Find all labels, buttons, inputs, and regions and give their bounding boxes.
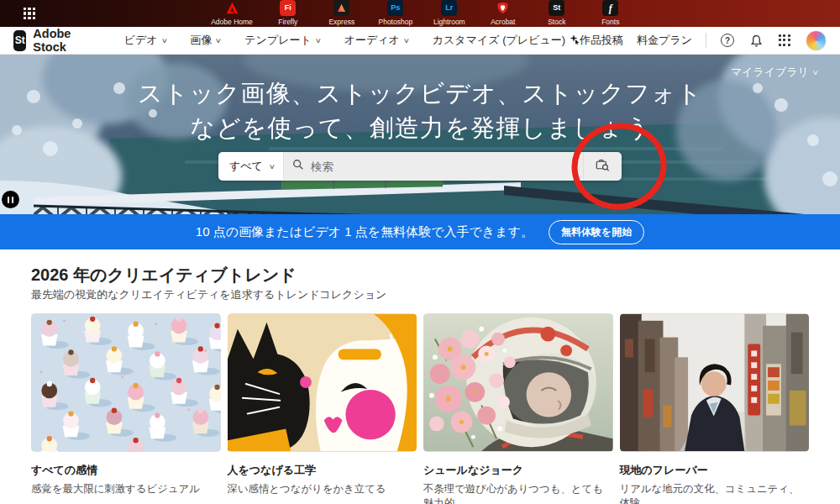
my-library-link[interactable]: マイライブラリ ∨ xyxy=(731,65,818,80)
visual-search-button[interactable] xyxy=(583,152,622,181)
chevron-down-icon: ∨ xyxy=(215,37,222,45)
appbar-item-express[interactable]: Express xyxy=(323,0,360,26)
main-menu: ビデオ∨ 画像∨ テンプレート∨ オーディオ∨ カスタマイズ (プレビュー) xyxy=(124,33,580,48)
appbar-item-acrobat[interactable]: Acrobat xyxy=(485,0,522,26)
card-desc: 感覚を最大限に刺激するビジュアル xyxy=(31,482,221,496)
site-nav: St Adobe Stock ビデオ∨ 画像∨ テンプレート∨ オーディオ∨ カ… xyxy=(0,27,840,55)
app-label: Fonts xyxy=(601,18,619,26)
promo-text: 10 点の画像またはビデオ 1 点を無料体験で入手できます。 xyxy=(196,224,533,240)
appbar-item-lightroom[interactable]: Lr Lightroom xyxy=(431,0,468,26)
cursor-sparkle-icon xyxy=(570,34,580,47)
cat-face-illustration-image[interactable] xyxy=(228,313,417,452)
trend-card-all-emotions[interactable]: すべての感情 感覚を最大限に刺激するビジュアル xyxy=(31,313,221,504)
city-man-image[interactable] xyxy=(620,313,810,452)
search-category-dropdown[interactable]: すべて ∨ xyxy=(218,152,284,181)
app-label: Firefly xyxy=(278,18,297,26)
menu-audio[interactable]: オーディオ∨ xyxy=(344,33,409,48)
app-label: Stock xyxy=(548,18,565,29)
photoshop-icon: Ps xyxy=(387,0,403,16)
section-subtitle: 最先端の視覚的なクリエイティビティを追求するトレンドコレクション xyxy=(31,287,809,302)
firefly-icon: Fi xyxy=(280,0,296,16)
app-label: Photoshop xyxy=(378,18,412,26)
helmet-flowers-image[interactable] xyxy=(423,313,613,452)
app-label: Adobe Home xyxy=(211,18,253,26)
cupcakes-image[interactable] xyxy=(31,313,221,452)
trend-card-local-flavor[interactable]: 現地のフレーバー リアルな地元の文化、コミュニティ、体験 xyxy=(620,313,810,504)
stock-logo[interactable]: St xyxy=(13,30,26,51)
search-field xyxy=(284,152,583,181)
help-icon[interactable]: ? xyxy=(720,33,735,48)
section-title: 2026 年のクリエイティブトレンド xyxy=(31,264,809,286)
fonts-icon: f xyxy=(602,0,618,16)
lightroom-icon: Lr xyxy=(441,0,457,16)
chevron-down-icon: ∨ xyxy=(160,37,167,45)
divider xyxy=(706,33,706,48)
trend-cards: すべての感情 感覚を最大限に刺激するビジュアル xyxy=(31,313,809,504)
menu-customize-preview[interactable]: カスタマイズ (プレビュー) xyxy=(433,33,580,48)
hero-section: ストック画像、ストックビデオ、ストックフォト などを使って、創造力を発揮しましょ… xyxy=(0,55,840,214)
card-title: 人をつなげる工学 xyxy=(228,463,417,478)
card-title: シュールなジョーク xyxy=(423,463,613,478)
card-desc: リアルな地元の文化、コミュニティ、体験 xyxy=(620,482,810,504)
apps-grid-icon[interactable] xyxy=(777,33,792,48)
hero-heading: ストック画像、ストックビデオ、ストックフォト などを使って、創造力を発揮しましょ… xyxy=(0,76,840,145)
pricing-link[interactable]: 料金プラン xyxy=(637,33,692,48)
app-label: Acrobat xyxy=(491,18,515,26)
menu-templates[interactable]: テンプレート∨ xyxy=(244,33,320,48)
chevron-down-icon: ∨ xyxy=(812,69,819,76)
avatar[interactable] xyxy=(806,30,827,51)
menu-video[interactable]: ビデオ∨ xyxy=(124,33,167,48)
app-switcher: Adobe Home Fi Firefly Express Ps Photosh… xyxy=(211,0,629,29)
trend-card-connecting-engineering[interactable]: 人をつなげる工学 深い感情とつながりをかき立てる xyxy=(228,313,417,504)
stock-icon: St xyxy=(549,0,564,16)
app-label: Lightroom xyxy=(433,18,465,26)
appbar-item-stock[interactable]: St Stock xyxy=(538,0,575,29)
app-label: Express xyxy=(328,18,354,26)
promo-banner: 10 点の画像またはビデオ 1 点を無料体験で入手できます。 無料体験を開始 xyxy=(0,214,840,249)
nav-right: 作品投稿 料金プラン ? xyxy=(580,30,827,51)
camera-magnifier-icon xyxy=(596,158,610,176)
free-trial-button[interactable]: 無料体験を開始 xyxy=(549,220,644,244)
creative-trends-section: 2026 年のクリエイティブトレンド 最先端の視覚的なクリエイティビティを追求す… xyxy=(0,249,840,504)
search-input[interactable] xyxy=(311,160,575,173)
submit-work-link[interactable]: 作品投稿 xyxy=(580,33,623,48)
appbar-item-firefly[interactable]: Fi Firefly xyxy=(270,0,307,26)
chevron-down-icon: ∨ xyxy=(269,163,276,171)
trend-card-surreal-joke[interactable]: シュールなジョーク 不条理で遊び心がありつつも、とても魅力的 xyxy=(423,313,613,504)
brand-name[interactable]: Adobe Stock xyxy=(33,27,78,54)
card-desc: 不条理で遊び心がありつつも、とても魅力的 xyxy=(423,482,613,504)
adobe-logo-icon xyxy=(224,0,240,16)
adobe-app-bar: Adobe Home Fi Firefly Express Ps Photosh… xyxy=(0,0,840,27)
card-title: 現地のフレーバー xyxy=(620,463,810,478)
appbar-item-photoshop[interactable]: Ps Photoshop xyxy=(377,0,414,26)
appbar-item-adobe-home[interactable]: Adobe Home xyxy=(211,0,253,26)
bell-icon[interactable] xyxy=(748,33,764,48)
waffle-grid-icon[interactable] xyxy=(24,8,35,19)
acrobat-icon xyxy=(495,0,511,16)
magnifier-icon xyxy=(292,159,304,174)
card-desc: 深い感情とつながりをかき立てる xyxy=(228,482,417,496)
express-icon xyxy=(333,0,349,16)
chevron-down-icon: ∨ xyxy=(315,37,322,45)
card-title: すべての感情 xyxy=(31,463,221,478)
menu-images[interactable]: 画像∨ xyxy=(190,33,221,48)
pause-button[interactable] xyxy=(2,191,19,208)
appbar-item-fonts[interactable]: f Fonts xyxy=(592,0,629,26)
chevron-down-icon: ∨ xyxy=(403,37,410,45)
search-bar: すべて ∨ xyxy=(218,152,622,181)
